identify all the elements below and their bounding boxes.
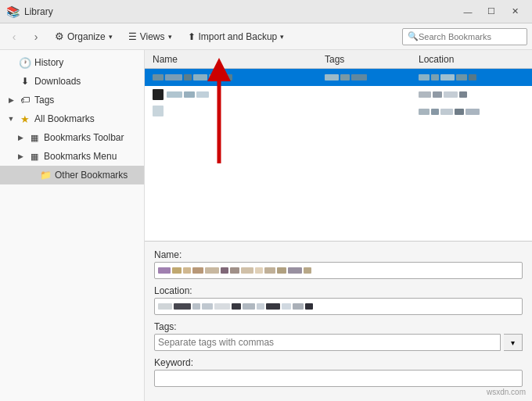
sidebar-item-bookmarks-menu[interactable]: ▶ ▦ Bookmarks Menu xyxy=(0,147,144,166)
watermark: wsxdn.com xyxy=(487,388,526,396)
toolbar-bookmarks-icon: ▦ xyxy=(28,131,41,144)
maximize-button[interactable]: ☐ xyxy=(480,4,502,20)
sidebar-label-other-bookmarks: Other Bookmarks xyxy=(55,170,128,181)
row3-location xyxy=(414,107,529,116)
sidebar: 🕐 History ⬇ Downloads ▶ 🏷 Tags ▼ ★ All B… xyxy=(0,50,145,401)
chevron-down-icon3: ▾ xyxy=(280,33,284,41)
sidebar-label-bookmarks-toolbar: Bookmarks Toolbar xyxy=(44,132,124,143)
toolbar: ‹ › ⚙ Organize ▾ ☰ Views ▾ ⬆ Import and … xyxy=(0,23,532,50)
sidebar-label-all-bookmarks: All Bookmarks xyxy=(34,113,95,124)
content-area: Name Tags Location xyxy=(145,50,532,401)
sidebar-item-downloads[interactable]: ⬇ Downloads xyxy=(0,72,144,91)
location-row: Location: xyxy=(154,285,523,315)
back-icon: ‹ xyxy=(13,30,16,43)
history-icon: 🕐 xyxy=(19,56,31,69)
search-icon: 🔍 xyxy=(408,31,419,41)
col-header-tags: Tags xyxy=(320,54,414,65)
tags-row-container: Tags: ▾ xyxy=(154,321,523,351)
expander-bookmarks-menu: ▶ xyxy=(16,152,25,160)
sidebar-label-tags: Tags xyxy=(34,95,54,106)
back-button[interactable]: ‹ xyxy=(5,27,23,46)
row3-name xyxy=(148,106,320,119)
sidebar-label-bookmarks-menu: Bookmarks Menu xyxy=(44,151,117,162)
menu-bookmarks-icon: ▦ xyxy=(28,150,41,163)
sidebar-label-downloads: Downloads xyxy=(34,76,81,87)
app-icon: 📚 xyxy=(6,5,20,18)
keyword-input[interactable] xyxy=(154,370,523,387)
keyword-row: Keyword: xyxy=(154,357,523,387)
views-icon: ☰ xyxy=(128,31,137,42)
tags-dropdown-button[interactable]: ▾ xyxy=(504,334,523,351)
views-button[interactable]: ☰ Views ▾ xyxy=(122,28,178,45)
sidebar-label-history: History xyxy=(34,57,63,68)
chevron-down-icon2: ▾ xyxy=(168,33,172,41)
tags-label: Tags: xyxy=(154,321,523,332)
location-label: Location: xyxy=(154,285,523,296)
sidebar-item-all-bookmarks[interactable]: ▼ ★ All Bookmarks xyxy=(0,109,144,128)
organize-button[interactable]: ⚙ Organize ▾ xyxy=(49,27,119,45)
sidebar-item-tags[interactable]: ▶ 🏷 Tags xyxy=(0,91,144,109)
row2-name xyxy=(148,89,320,100)
row1-name xyxy=(148,73,320,82)
title-bar: 📚 Library — ☐ ✕ xyxy=(0,0,532,23)
expander-tags: ▶ xyxy=(6,96,16,104)
import-icon: ⬆ xyxy=(188,31,196,42)
col-header-name: Name xyxy=(148,54,320,65)
col-header-location: Location xyxy=(414,54,529,65)
chevron-down-icon: ▾ xyxy=(109,33,113,41)
search-input[interactable] xyxy=(419,32,520,41)
forward-icon: › xyxy=(34,30,38,43)
table-body xyxy=(145,69,532,241)
search-box: 🔍 xyxy=(402,28,527,45)
row1-tags xyxy=(320,73,414,82)
table-row[interactable] xyxy=(145,86,532,103)
import-backup-button[interactable]: ⬆ Import and Backup ▾ xyxy=(182,28,291,45)
name-label: Name: xyxy=(154,249,523,260)
chevron-down-icon4: ▾ xyxy=(511,338,515,347)
keyword-label: Keyword: xyxy=(154,357,523,368)
forward-button[interactable]: › xyxy=(27,27,45,46)
tag-icon: 🏷 xyxy=(19,94,31,106)
table-header: Name Tags Location xyxy=(145,50,532,69)
expander-all-bookmarks: ▼ xyxy=(6,115,16,123)
table-row[interactable] xyxy=(145,69,532,86)
folder-icon: 📁 xyxy=(39,169,52,181)
sidebar-item-other-bookmarks[interactable]: 📁 Other Bookmarks xyxy=(0,166,144,184)
gear-icon: ⚙ xyxy=(55,30,64,42)
sidebar-item-bookmarks-toolbar[interactable]: ▶ ▦ Bookmarks Toolbar xyxy=(0,128,144,147)
window-title: Library xyxy=(24,6,53,17)
star-icon: ★ xyxy=(19,113,31,125)
table-row[interactable] xyxy=(145,103,532,120)
row2-location xyxy=(414,90,529,99)
row1-location xyxy=(414,73,529,82)
sidebar-item-history[interactable]: 🕐 History xyxy=(0,53,144,72)
tags-input[interactable] xyxy=(154,334,501,351)
form-area: Name: xyxy=(145,241,532,401)
name-row: Name: xyxy=(154,249,523,279)
close-button[interactable]: ✕ xyxy=(504,4,526,20)
download-icon: ⬇ xyxy=(19,75,31,88)
expander-bookmarks-toolbar: ▶ xyxy=(16,134,25,141)
minimize-button[interactable]: — xyxy=(457,4,479,20)
